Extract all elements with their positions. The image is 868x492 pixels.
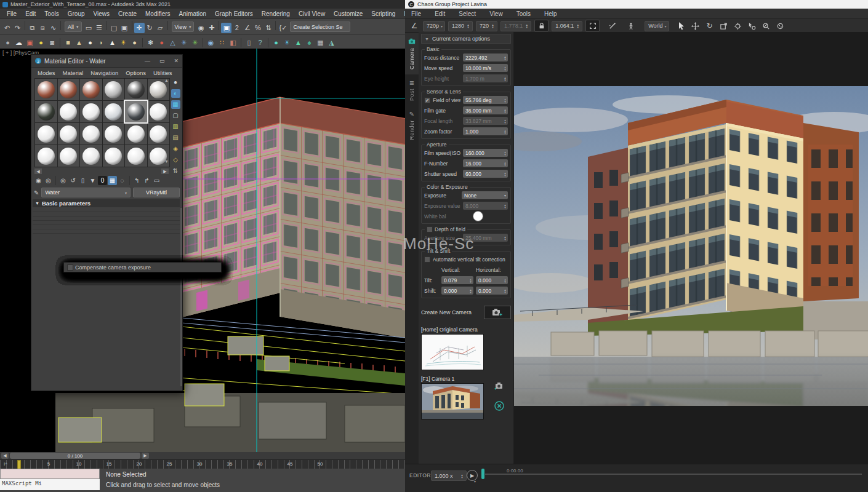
tab-camera[interactable]: Camera bbox=[405, 33, 419, 74]
menu-item[interactable]: Civil View bbox=[294, 10, 329, 17]
material-slot[interactable] bbox=[58, 145, 80, 167]
coordinate-space-dropdown[interactable]: World ▾ bbox=[645, 21, 669, 31]
slots-left-arrow[interactable]: ◀ bbox=[34, 169, 42, 174]
menu-item[interactable]: Group bbox=[63, 10, 89, 17]
material-editor-titlebar[interactable]: 3 Material Editor - Water — ▭ ✕ bbox=[31, 55, 182, 68]
panel-header[interactable]: ▼ Current camera options bbox=[421, 34, 511, 44]
spinner-arrows[interactable]: ▴▾ bbox=[503, 161, 507, 166]
crossing-selection-icon[interactable]: ▣ bbox=[119, 23, 130, 33]
bulb-teal-icon[interactable]: ● bbox=[271, 38, 281, 48]
material-slot[interactable] bbox=[58, 123, 80, 145]
get-material-icon[interactable]: ◉ bbox=[34, 176, 43, 185]
material-slot[interactable] bbox=[35, 79, 57, 100]
spinner-arrows[interactable]: ▴▾ bbox=[503, 76, 507, 81]
spinner-arrows[interactable]: ▴▾ bbox=[503, 278, 507, 283]
menu-item[interactable]: File bbox=[2, 10, 21, 17]
spinner-arrows[interactable]: ▴▾ bbox=[503, 129, 507, 134]
unlink-icon[interactable]: ⧈ bbox=[38, 23, 48, 33]
zoom-disabled-icon[interactable] bbox=[761, 20, 772, 31]
resolution-width-spinner[interactable]: 1280 ▴▾ bbox=[448, 21, 473, 31]
video-color-check-icon[interactable]: ▥ bbox=[171, 122, 180, 131]
material-id-icon[interactable]: 0 bbox=[98, 176, 107, 185]
field-of-view-checkbox[interactable]: ✓ bbox=[424, 97, 430, 103]
material-slot[interactable] bbox=[103, 101, 125, 122]
field-of-view-spinner[interactable]: 55.766 deg▴▾ bbox=[463, 96, 508, 104]
time-slider[interactable]: 0 / 100 bbox=[10, 453, 140, 459]
select-rotate-icon[interactable]: ↻ bbox=[145, 23, 155, 33]
shift-vertical-spinner[interactable]: 0.000▴▾ bbox=[441, 287, 473, 295]
focal-length-spinner[interactable]: 33.827 mm▴▾ bbox=[463, 117, 508, 125]
angle-tool-icon[interactable]: ∠ bbox=[409, 20, 420, 31]
named-selection-icon[interactable]: {✓ bbox=[278, 23, 288, 33]
move-tool-icon[interactable] bbox=[690, 20, 701, 31]
menu-item-tools[interactable]: Tools bbox=[516, 10, 531, 17]
scroll-up-icon[interactable]: ▲ bbox=[164, 78, 169, 82]
rect-selection-icon[interactable]: ▢ bbox=[109, 23, 119, 33]
pick-focus-icon[interactable] bbox=[747, 20, 758, 31]
spinner-arrows[interactable]: ▴▾ bbox=[503, 108, 507, 113]
manipulate-icon[interactable]: ✚ bbox=[206, 23, 217, 33]
minimize-icon[interactable]: — bbox=[145, 58, 150, 64]
menu-item[interactable]: Modifiers bbox=[141, 10, 175, 17]
foliage-icon[interactable]: ✳ bbox=[190, 38, 200, 48]
f-number-spinner[interactable]: 16.000▴▾ bbox=[463, 159, 508, 167]
material-slot[interactable] bbox=[80, 101, 102, 122]
update-camera-button[interactable] bbox=[494, 382, 504, 393]
menu-item[interactable]: Animation bbox=[175, 10, 211, 17]
render-viewport[interactable] bbox=[514, 32, 868, 464]
aperture-size-spinner[interactable]: 25.400 mm▴▾ bbox=[463, 234, 508, 242]
snap-3d-icon[interactable]: ▣ bbox=[221, 23, 231, 33]
undo-icon[interactable]: ↶ bbox=[2, 23, 12, 33]
sample-uv-icon[interactable]: ▭ bbox=[152, 176, 161, 185]
aspect-ratio-spinner[interactable]: 1.778:1 ▴▾ bbox=[500, 21, 531, 31]
tree2-icon[interactable]: ◮ bbox=[326, 38, 337, 48]
menu-item[interactable]: Customize bbox=[329, 10, 367, 17]
playback-speed-spinner[interactable]: 1.000 x ▴▾ bbox=[431, 470, 467, 481]
spinner-arrows[interactable]: ▴▾ bbox=[503, 55, 507, 60]
material-slot[interactable] bbox=[80, 79, 102, 100]
material-slot[interactable] bbox=[148, 101, 170, 122]
maxscript-output-field[interactable] bbox=[0, 469, 100, 479]
reset-map-icon[interactable]: ↺ bbox=[68, 176, 78, 185]
compensate-exposure-checkbox[interactable] bbox=[67, 264, 73, 271]
fullscreen-button[interactable] bbox=[585, 20, 600, 32]
material-name-dropdown[interactable]: Water ▾ bbox=[41, 188, 131, 197]
maxscript-mini-listener[interactable]: MAXScript Mi bbox=[0, 479, 100, 490]
select-by-material-icon[interactable]: ◈ bbox=[171, 145, 180, 153]
put-to-scene-icon[interactable]: ◎ bbox=[44, 176, 53, 185]
make-unique-icon[interactable]: ▯ bbox=[78, 176, 87, 185]
spinner-arrows[interactable]: ▴▾ bbox=[491, 23, 495, 28]
new-view-icon[interactable] bbox=[718, 20, 729, 31]
sun-icon[interactable]: ☀ bbox=[118, 38, 129, 48]
shutter-speed-spinner[interactable]: 60.000▴▾ bbox=[463, 170, 508, 178]
show-end-result-icon[interactable]: ◌ bbox=[118, 176, 127, 185]
projector-icon[interactable]: ◙ bbox=[47, 38, 57, 48]
eye-height-spinner[interactable]: 1.700 m▴▾ bbox=[463, 74, 508, 82]
render-preview-icon[interactable]: ▣ bbox=[25, 38, 35, 48]
timeline-position-marker[interactable] bbox=[17, 460, 21, 469]
go-to-parent-icon[interactable]: ↰ bbox=[132, 176, 142, 185]
spinner-arrows[interactable]: ▴▾ bbox=[468, 288, 473, 293]
exposure-dropdown[interactable]: None▾ bbox=[462, 191, 508, 199]
menu-item-help[interactable]: Help bbox=[544, 10, 557, 17]
sample-type-icon[interactable]: ● bbox=[171, 78, 180, 87]
exposure-value-spinner[interactable]: 8.000▴▾ bbox=[463, 202, 508, 210]
go-forward-icon[interactable]: ↱ bbox=[142, 176, 151, 185]
timeline-ruler[interactable]: I^ 5101520253035404550 bbox=[0, 459, 405, 469]
move-speed-spinner[interactable]: 10.000 m/s▴▾ bbox=[463, 64, 508, 72]
frame-forward-button[interactable]: ▶ bbox=[142, 453, 149, 459]
use-pivot-icon[interactable]: ◉ bbox=[196, 23, 206, 33]
spinner-arrows[interactable]: ▴▾ bbox=[576, 23, 580, 28]
pick-from-object-icon[interactable]: ✎ bbox=[34, 189, 39, 196]
put-to-library-icon[interactable]: ▼ bbox=[88, 176, 97, 185]
material-slot[interactable] bbox=[35, 145, 57, 167]
play-button[interactable]: ▶ bbox=[467, 470, 478, 481]
snowflake-icon[interactable]: ❄ bbox=[145, 38, 156, 48]
sphere-icon[interactable]: ● bbox=[85, 38, 95, 48]
material-arrows-icon[interactable]: ⇅ bbox=[171, 167, 180, 175]
tab-render[interactable]: ✎ Render bbox=[405, 106, 419, 145]
material-slot[interactable] bbox=[80, 123, 102, 145]
delete-camera-button[interactable] bbox=[494, 401, 504, 413]
material-slot[interactable] bbox=[80, 145, 102, 167]
tab-post[interactable]: ≣ Post bbox=[405, 74, 419, 106]
